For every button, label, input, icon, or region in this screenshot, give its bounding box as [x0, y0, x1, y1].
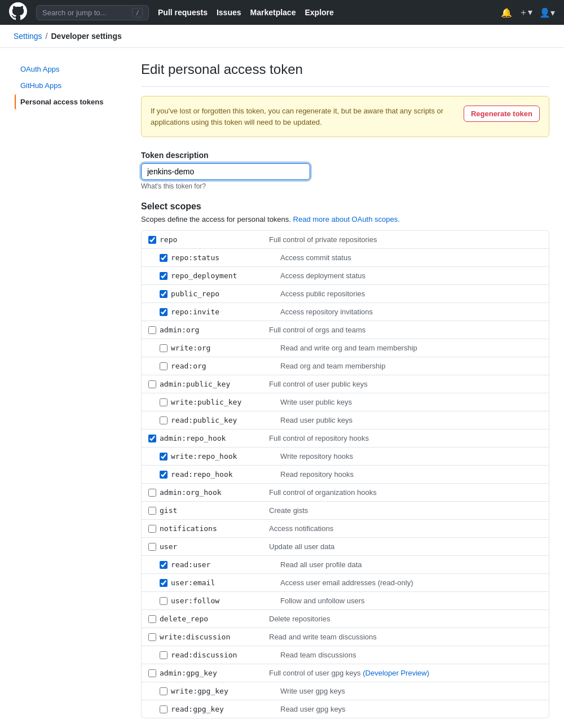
- main-container: OAuth Apps GitHub Apps Personal access t…: [6, 48, 558, 728]
- scopes-description: Scopes define the access for personal to…: [141, 215, 549, 223]
- scope-user-follow-desc: Follow and unfollow users: [280, 597, 542, 605]
- nav-issues[interactable]: Issues: [217, 8, 241, 17]
- scope-repo-deployment-checkbox[interactable]: [160, 272, 168, 280]
- scope-repo-status: repo:status Access commit status: [142, 249, 549, 267]
- scope-read-discussion-checkbox[interactable]: [160, 651, 168, 659]
- scope-admin-public-key-desc: Full control of user public keys: [269, 380, 542, 388]
- scope-write-public-key-checkbox[interactable]: [160, 398, 168, 406]
- scope-read-user-desc: Read all user profile data: [280, 560, 542, 569]
- sidebar: OAuth Apps GitHub Apps Personal access t…: [15, 62, 127, 728]
- token-description-input[interactable]: [141, 163, 310, 180]
- scope-repo-checkbox[interactable]: [148, 236, 156, 244]
- scope-write-org: write:org Read and write org and team me…: [142, 339, 549, 357]
- scope-write-gpg-key-name: write:gpg_key: [168, 687, 280, 695]
- plus-icon[interactable]: ＋▾: [519, 7, 532, 19]
- scope-repo-status-checkbox[interactable]: [160, 254, 168, 262]
- scope-admin-public-key-name: admin:public_key: [156, 380, 269, 388]
- scopes-table: repo Full control of private repositorie…: [141, 230, 549, 718]
- scope-write-org-desc: Read and write org and team membership: [280, 344, 542, 352]
- scope-write-discussion: write:discussion Read and write team dis…: [142, 628, 549, 646]
- scope-public-repo-checkbox[interactable]: [160, 290, 168, 298]
- scope-gist-checkbox[interactable]: [148, 507, 156, 515]
- scope-read-discussion-name: read:discussion: [168, 651, 280, 659]
- scope-write-discussion-desc: Read and write team discussions: [269, 633, 542, 641]
- scope-delete-repo-checkbox[interactable]: [148, 615, 156, 623]
- scope-read-discussion: read:discussion Read team discussions: [142, 646, 549, 664]
- bell-icon[interactable]: 🔔: [501, 7, 512, 18]
- scope-read-user-checkbox[interactable]: [160, 561, 168, 569]
- scope-repo-invite-checkbox[interactable]: [160, 308, 168, 316]
- scope-admin-org-checkbox[interactable]: [148, 326, 156, 334]
- regenerate-token-button[interactable]: Regenerate token: [464, 106, 540, 122]
- scope-admin-gpg-key-name: admin:gpg_key: [156, 669, 269, 677]
- nav-marketplace[interactable]: Marketplace: [250, 8, 296, 17]
- scope-write-org-name: write:org: [168, 344, 280, 352]
- breadcrumb-settings[interactable]: Settings: [14, 32, 42, 41]
- scope-admin-repo-hook: admin:repo_hook Full control of reposito…: [142, 429, 549, 448]
- scope-user-email-checkbox[interactable]: [160, 579, 168, 587]
- scope-admin-org: admin:org Full control of orgs and teams: [142, 321, 549, 339]
- scope-write-discussion-checkbox[interactable]: [148, 633, 156, 641]
- scope-notifications-checkbox[interactable]: [148, 525, 156, 533]
- search-box[interactable]: Search or jump to... /: [36, 5, 149, 20]
- scope-user-name: user: [156, 542, 269, 551]
- scope-admin-gpg-key-checkbox[interactable]: [148, 669, 156, 677]
- scope-read-public-key-checkbox[interactable]: [160, 416, 168, 424]
- nav-explore[interactable]: Explore: [305, 8, 333, 17]
- breadcrumb-current: Developer settings: [51, 32, 121, 41]
- scope-admin-org-hook-checkbox[interactable]: [148, 489, 156, 497]
- scope-read-org-checkbox[interactable]: [160, 362, 168, 370]
- dev-preview-link[interactable]: (Developer Preview): [363, 669, 429, 677]
- scope-user-follow-checkbox[interactable]: [160, 597, 168, 605]
- scope-read-public-key-name: read:public_key: [168, 416, 280, 424]
- scope-repo-status-desc: Access commit status: [280, 253, 542, 262]
- scope-read-org-desc: Read org and team membership: [280, 362, 542, 370]
- scope-gist: gist Create gists: [142, 502, 549, 520]
- search-placeholder: Search or jump to...: [42, 8, 106, 17]
- scope-repo-deployment-name: repo_deployment: [168, 271, 280, 280]
- scopes-title: Select scopes: [141, 201, 549, 212]
- scope-read-repo-hook-desc: Read repository hooks: [280, 470, 542, 479]
- scope-repo-name: repo: [156, 235, 269, 244]
- scope-write-repo-hook-name: write:repo_hook: [168, 452, 280, 461]
- nav-pull-requests[interactable]: Pull requests: [158, 8, 208, 17]
- scope-repo-invite-name: repo:invite: [168, 308, 280, 316]
- user-avatar[interactable]: 👤▾: [539, 7, 555, 18]
- scope-write-repo-hook-checkbox[interactable]: [160, 453, 168, 461]
- sidebar-item-oauth-apps[interactable]: OAuth Apps: [15, 62, 127, 77]
- scope-read-gpg-key-checkbox[interactable]: [160, 705, 168, 713]
- sidebar-item-github-apps[interactable]: GitHub Apps: [15, 78, 127, 93]
- scope-repo-deployment-desc: Access deployment status: [280, 271, 542, 280]
- scope-read-repo-hook-checkbox[interactable]: [160, 471, 168, 479]
- oauth-scopes-link[interactable]: Read more about OAuth scopes.: [293, 215, 400, 223]
- scope-read-org: read:org Read org and team membership: [142, 357, 549, 375]
- scope-admin-public-key: admin:public_key Full control of user pu…: [142, 375, 549, 393]
- scope-public-repo-name: public_repo: [168, 290, 280, 298]
- scope-read-org-name: read:org: [168, 362, 280, 370]
- scope-write-org-checkbox[interactable]: [160, 344, 168, 352]
- scope-admin-public-key-checkbox[interactable]: [148, 380, 156, 388]
- scope-write-repo-hook-desc: Write repository hooks: [280, 452, 542, 461]
- page-title: Edit personal access token: [141, 62, 549, 87]
- scope-admin-repo-hook-checkbox[interactable]: [148, 435, 156, 442]
- scope-admin-gpg-key: admin:gpg_key Full control of user gpg k…: [142, 664, 549, 682]
- scope-write-public-key-name: write:public_key: [168, 398, 280, 406]
- search-shortcut: /: [132, 8, 143, 17]
- token-description-hint: What's this token for?: [141, 182, 549, 190]
- scope-read-public-key: read:public_key Read user public keys: [142, 411, 549, 429]
- scope-admin-org-hook: admin:org_hook Full control of organizat…: [142, 484, 549, 502]
- scope-notifications-name: notifications: [156, 524, 269, 533]
- scope-write-discussion-name: write:discussion: [156, 633, 269, 641]
- scope-user: user Update all user data: [142, 538, 549, 556]
- scope-read-repo-hook-name: read:repo_hook: [168, 470, 280, 479]
- scope-user-follow-name: user:follow: [168, 597, 280, 605]
- scope-read-user: read:user Read all user profile data: [142, 556, 549, 574]
- scope-user-checkbox[interactable]: [148, 543, 156, 551]
- warning-text: If you've lost or forgotten this token, …: [151, 106, 455, 128]
- scope-read-public-key-desc: Read user public keys: [280, 416, 542, 424]
- scope-write-gpg-key-checkbox[interactable]: [160, 687, 168, 695]
- scope-repo-deployment: repo_deployment Access deployment status: [142, 267, 549, 285]
- breadcrumb-separator: /: [46, 32, 48, 41]
- sidebar-item-personal-access-tokens[interactable]: Personal access tokens: [15, 94, 127, 109]
- scope-admin-org-desc: Full control of orgs and teams: [269, 326, 542, 334]
